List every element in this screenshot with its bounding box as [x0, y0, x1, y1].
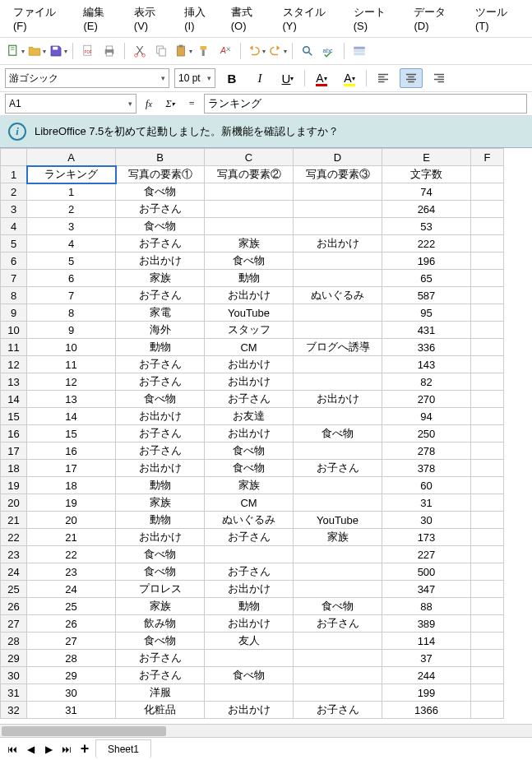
- row-header[interactable]: 32: [1, 702, 27, 719]
- cell[interactable]: お出かけ: [116, 529, 205, 546]
- font-name-combo[interactable]: 游ゴシック▾: [5, 68, 169, 88]
- row-header[interactable]: 22: [1, 529, 27, 546]
- cell[interactable]: 95: [382, 304, 471, 322]
- cell[interactable]: 家電: [116, 304, 205, 322]
- cell[interactable]: 3: [27, 218, 116, 235]
- cell[interactable]: お出かけ: [205, 615, 294, 633]
- cell[interactable]: [471, 494, 504, 512]
- cell[interactable]: [294, 356, 382, 373]
- cell[interactable]: [471, 615, 504, 633]
- sheet-area[interactable]: A B C D E F 1ランキング写真の要素①写真の要素②写真の要素③文字数2…: [0, 148, 532, 724]
- formula-input[interactable]: [204, 94, 527, 114]
- cell[interactable]: [205, 201, 294, 218]
- cell[interactable]: 82: [382, 373, 471, 391]
- underline-button[interactable]: U▾: [276, 68, 299, 88]
- font-size-combo[interactable]: 10 pt▾: [174, 68, 215, 88]
- cell[interactable]: 家族: [205, 477, 294, 494]
- cell[interactable]: ぬいぐるみ: [205, 512, 294, 529]
- cell[interactable]: [205, 546, 294, 563]
- cell[interactable]: 278: [382, 443, 471, 460]
- cell[interactable]: お出かけ: [116, 253, 205, 270]
- cell[interactable]: 10: [27, 339, 116, 356]
- add-sheet-button[interactable]: +: [77, 742, 92, 757]
- row-header[interactable]: 17: [1, 443, 27, 460]
- cell[interactable]: 2: [27, 201, 116, 218]
- menu-edit[interactable]: 編集(E): [75, 3, 125, 34]
- cell[interactable]: 12: [27, 373, 116, 391]
- cell[interactable]: 24: [27, 581, 116, 598]
- italic-button[interactable]: I: [248, 68, 271, 88]
- print-button[interactable]: [99, 41, 119, 61]
- cell[interactable]: 1366: [382, 702, 471, 719]
- cell[interactable]: CM: [205, 339, 294, 356]
- row-header[interactable]: 11: [1, 339, 27, 356]
- cell[interactable]: [471, 339, 504, 356]
- cell[interactable]: お出かけ: [294, 391, 382, 408]
- cell[interactable]: ランキング: [27, 166, 116, 183]
- cell[interactable]: 37: [382, 650, 471, 667]
- cell[interactable]: [294, 633, 382, 650]
- cell[interactable]: [471, 581, 504, 598]
- cell[interactable]: 食べ物: [205, 460, 294, 477]
- cell[interactable]: [471, 287, 504, 304]
- cell[interactable]: 18: [27, 477, 116, 494]
- bold-button[interactable]: B: [220, 68, 243, 88]
- col-header-E[interactable]: E: [382, 149, 471, 166]
- cell[interactable]: 8: [27, 304, 116, 322]
- cell[interactable]: YouTube: [294, 512, 382, 529]
- row-header[interactable]: 7: [1, 270, 27, 287]
- cell[interactable]: 食べ物: [205, 443, 294, 460]
- cell[interactable]: [294, 494, 382, 512]
- cell[interactable]: [294, 563, 382, 581]
- function-wizard-button[interactable]: fx: [140, 95, 158, 113]
- cell[interactable]: 15: [27, 425, 116, 443]
- cell[interactable]: 20: [27, 512, 116, 529]
- paste-button[interactable]: ▾: [173, 41, 192, 61]
- save-button[interactable]: ▾: [48, 41, 67, 61]
- cell[interactable]: プロレス: [116, 581, 205, 598]
- cell[interactable]: 13: [27, 391, 116, 408]
- cell[interactable]: お子さん: [116, 667, 205, 684]
- row-header[interactable]: 12: [1, 356, 27, 373]
- cell[interactable]: 飲み物: [116, 615, 205, 633]
- align-center-button[interactable]: [400, 68, 423, 88]
- cell[interactable]: CM: [205, 494, 294, 512]
- cell[interactable]: 写真の要素②: [205, 166, 294, 183]
- cell[interactable]: 30: [382, 512, 471, 529]
- row-header[interactable]: 13: [1, 373, 27, 391]
- row-header[interactable]: 8: [1, 287, 27, 304]
- row-header[interactable]: 2: [1, 183, 27, 201]
- cell[interactable]: 94: [382, 408, 471, 425]
- cell[interactable]: [471, 650, 504, 667]
- cell[interactable]: 587: [382, 287, 471, 304]
- cell[interactable]: [294, 443, 382, 460]
- cell[interactable]: 家族: [116, 598, 205, 615]
- equals-button[interactable]: =: [183, 95, 201, 113]
- cell[interactable]: [471, 684, 504, 702]
- align-right-button[interactable]: [428, 68, 451, 88]
- cell[interactable]: 4: [27, 235, 116, 253]
- cell[interactable]: 74: [382, 183, 471, 201]
- cell[interactable]: 食べ物: [116, 218, 205, 235]
- row-header[interactable]: 19: [1, 477, 27, 494]
- cell[interactable]: [294, 650, 382, 667]
- cell[interactable]: 53: [382, 218, 471, 235]
- cell[interactable]: 海外: [116, 322, 205, 339]
- cell[interactable]: 431: [382, 322, 471, 339]
- cell[interactable]: 食べ物: [116, 633, 205, 650]
- cell[interactable]: 16: [27, 443, 116, 460]
- row-header[interactable]: 6: [1, 253, 27, 270]
- cell[interactable]: [471, 425, 504, 443]
- cell[interactable]: 食べ物: [294, 425, 382, 443]
- col-header-F[interactable]: F: [471, 149, 504, 166]
- cell[interactable]: 347: [382, 581, 471, 598]
- sheet-tab-1[interactable]: Sheet1: [95, 739, 151, 758]
- cell[interactable]: お子さん: [205, 563, 294, 581]
- cell[interactable]: 洋服: [116, 684, 205, 702]
- spreadsheet-grid[interactable]: A B C D E F 1ランキング写真の要素①写真の要素②写真の要素③文字数2…: [0, 148, 504, 719]
- cell[interactable]: お出かけ: [205, 287, 294, 304]
- cell[interactable]: [294, 322, 382, 339]
- cell[interactable]: [294, 304, 382, 322]
- cell[interactable]: YouTube: [205, 304, 294, 322]
- cell[interactable]: お子さん: [205, 391, 294, 408]
